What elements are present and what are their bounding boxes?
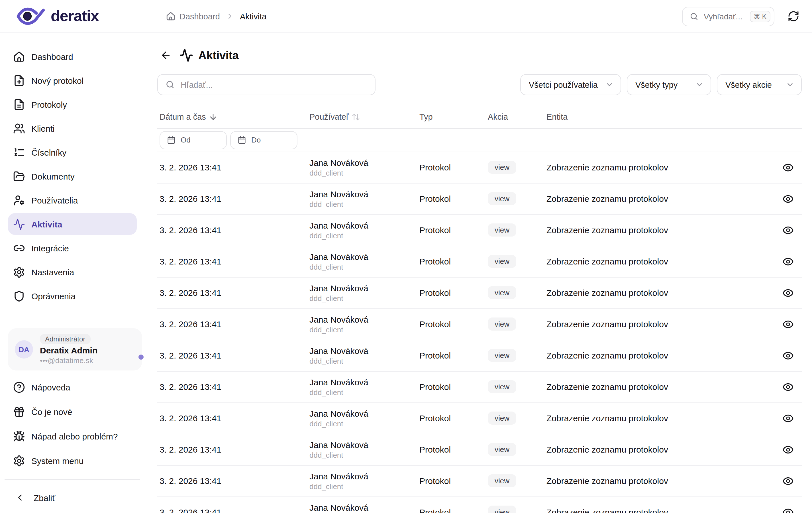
filter-select-actions[interactable]: Všetky akcie: [717, 75, 802, 95]
cell-datetime: 3. 2. 2026 13:41: [160, 319, 310, 329]
cell-user: Jana Novákováddd_client: [310, 440, 419, 459]
cell-datetime: 3. 2. 2026 13:41: [160, 194, 310, 204]
eye-icon[interactable]: [782, 256, 794, 267]
sidebar-item-klienti[interactable]: Klienti: [8, 117, 137, 139]
sidebar-item-dashboard[interactable]: Dashboard: [8, 46, 137, 67]
filter-select-types[interactable]: Všetky typy: [627, 75, 711, 95]
user-subtitle: ddd_client: [310, 325, 419, 334]
eye-icon[interactable]: [782, 162, 794, 173]
column-header-entity[interactable]: Entita: [547, 112, 774, 121]
action-badge: view: [488, 318, 516, 331]
cell-type: Protokol: [419, 382, 488, 392]
topbar: Dashboard Aktivita Vyhľadať... ⌘ K: [145, 0, 812, 33]
action-badge: view: [488, 286, 516, 300]
sidebar-item-novy-protokol[interactable]: Nový protokol: [8, 69, 137, 91]
cell-user: Jana Novákováddd_client: [310, 503, 419, 513]
deratix-eye-logo-icon: [16, 6, 46, 27]
cell-user: Jana Novákováddd_client: [310, 408, 419, 428]
sidebar-item-aktivita[interactable]: Aktivita: [8, 213, 137, 235]
column-header-user[interactable]: Používateľ: [310, 112, 419, 121]
cell-datetime: 3. 2. 2026 13:41: [160, 351, 310, 361]
cell-type: Protokol: [419, 508, 488, 513]
user-name: Deratix Admin: [40, 345, 97, 355]
refresh-icon[interactable]: [787, 10, 800, 23]
cell-entity: Zobrazenie zoznamu protokolov: [547, 194, 774, 204]
cell-user: Jana Novákováddd_client: [310, 377, 419, 397]
eye-icon[interactable]: [782, 381, 794, 393]
cell-type: Protokol: [419, 414, 488, 423]
page-header: Aktivita: [157, 45, 802, 66]
table-body: 3. 2. 2026 13:41Jana Novákováddd_clientP…: [157, 152, 802, 513]
global-search-input[interactable]: Vyhľadať... ⌘ K: [682, 6, 774, 26]
table-row: 3. 2. 2026 13:41Jana Novákováddd_clientP…: [157, 403, 802, 434]
sort-both-icon: [351, 113, 360, 121]
sort-desc-icon: [209, 112, 218, 121]
column-header-action[interactable]: Akcia: [488, 112, 547, 121]
eye-icon[interactable]: [782, 444, 794, 455]
sidebar-item-nastavenia[interactable]: Nastavenia: [8, 261, 137, 283]
cell-user: Jana Novákováddd_client: [310, 220, 419, 240]
action-badge: view: [488, 255, 516, 268]
sidebar-item-label: Dashboard: [31, 52, 73, 61]
cell-type: Protokol: [419, 445, 488, 455]
column-header-datetime[interactable]: Dátum a čas: [160, 112, 310, 121]
sidebar-item-system-menu[interactable]: System menu: [8, 450, 137, 472]
user-full-name: Jana Nováková: [310, 252, 419, 262]
sidebar-item-pouzivatelia[interactable]: Používatelia: [8, 189, 137, 211]
breadcrumb-dashboard[interactable]: Dashboard: [166, 11, 220, 21]
user-subtitle: ddd_client: [310, 357, 419, 365]
cell-user: Jana Novákováddd_client: [310, 471, 419, 491]
sidebar-item-integracie[interactable]: Integrácie: [8, 237, 137, 259]
back-button[interactable]: [157, 47, 174, 64]
cell-datetime: 3. 2. 2026 13:41: [160, 508, 310, 513]
eye-icon[interactable]: [782, 319, 794, 330]
link-icon: [12, 242, 25, 254]
eye-icon[interactable]: [782, 350, 794, 361]
user-subtitle: ddd_client: [310, 231, 419, 240]
eye-icon[interactable]: [782, 287, 794, 299]
search-icon: [690, 12, 699, 21]
sidebar-item-co-je-nove[interactable]: Čo je nové: [8, 401, 137, 422]
eye-icon[interactable]: [782, 475, 794, 487]
activity-icon: [179, 49, 193, 62]
user-full-name: Jana Nováková: [310, 440, 419, 450]
eye-icon[interactable]: [782, 507, 794, 513]
bug-icon: [12, 430, 25, 442]
cell-user: Jana Novákováddd_client: [310, 158, 419, 177]
user-card[interactable]: DA Administrátor Deratix Admin •••@datat…: [8, 328, 142, 370]
main-area: Dashboard Aktivita Vyhľadať... ⌘ K: [145, 0, 812, 513]
breadcrumb-current: Aktivita: [240, 12, 267, 21]
table-row: 3. 2. 2026 13:41Jana Novákováddd_clientP…: [157, 183, 802, 215]
column-header-type[interactable]: Typ: [419, 112, 488, 121]
table-search-input[interactable]: Hľadať...: [157, 75, 376, 95]
date-filter-row: Od Do: [157, 129, 802, 152]
sidebar-item-opravnenia[interactable]: Oprávnenia: [8, 285, 137, 307]
cell-entity: Zobrazenie zoznamu protokolov: [547, 225, 774, 235]
calendar-icon: [167, 136, 175, 144]
collapse-sidebar-button[interactable]: Zbaliť: [8, 487, 137, 508]
eye-icon[interactable]: [782, 193, 794, 205]
table-row: 3. 2. 2026 13:41Jana Novákováddd_clientP…: [157, 246, 802, 278]
date-to-button[interactable]: Do: [230, 131, 297, 149]
sidebar-divider: [5, 479, 140, 480]
sidebar-item-label: Nápoveda: [31, 382, 70, 392]
filter-select-users[interactable]: Všetci používatelia: [520, 75, 621, 95]
sidebar-item-napoveda[interactable]: Nápoveda: [8, 376, 137, 398]
sidebar-item-protokoly[interactable]: Protokoly: [8, 93, 137, 115]
chevron-down-icon: [605, 81, 614, 89]
eye-icon[interactable]: [782, 413, 794, 424]
date-from-button[interactable]: Od: [160, 131, 227, 149]
sidebar-item-napad[interactable]: Nápad alebo problém?: [8, 425, 137, 447]
action-badge: view: [488, 161, 516, 174]
cell-user: Jana Novákováddd_client: [310, 252, 419, 271]
cell-datetime: 3. 2. 2026 13:41: [160, 163, 310, 172]
eye-icon[interactable]: [782, 225, 794, 236]
sidebar-item-label: Oprávnenia: [31, 291, 76, 301]
sidebar-item-dokumenty[interactable]: Dokumenty: [8, 165, 137, 187]
search-icon: [165, 80, 175, 90]
action-badge: view: [488, 349, 516, 362]
brand-logo[interactable]: deratix: [0, 0, 145, 33]
sidebar-item-ciselniky[interactable]: Číselníky: [8, 141, 137, 163]
help-circle-icon: [12, 381, 25, 393]
cell-user: Jana Novákováddd_client: [310, 283, 419, 303]
